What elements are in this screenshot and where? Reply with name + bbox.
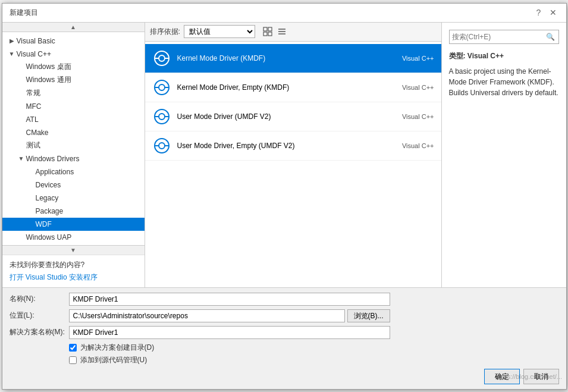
location-input[interactable] xyxy=(69,309,345,322)
new-project-dialog: 新建项目 ? ✕ ▲ ▶ Visual Basic ▼ Visual C++ xyxy=(2,3,567,390)
search-box[interactable]: 🔍 xyxy=(449,30,559,44)
right-panel: 🔍 类型: Visual C++ A basic project using t… xyxy=(441,23,566,287)
cancel-button[interactable]: 取消 xyxy=(523,369,559,384)
tree-item-applications[interactable]: Applications xyxy=(2,165,145,178)
template-icon-umdf xyxy=(152,107,171,126)
help-button[interactable]: ? xyxy=(533,7,545,18)
template-info-umdf: User Mode Driver (UMDF V2) xyxy=(177,112,395,121)
tree-item-wdf[interactable]: WDF xyxy=(2,218,145,231)
solution-label: 解决方案名称(M): xyxy=(10,327,69,337)
name-label: 名称(N): xyxy=(10,294,69,304)
driver-icon xyxy=(153,108,171,126)
grid-view-button[interactable] xyxy=(261,25,274,38)
open-installer-link[interactable]: 打开 Visual Studio 安装程序 xyxy=(10,273,98,281)
template-item-umdf-empty[interactable]: User Mode Driver, Empty (UMDF V2) Visual… xyxy=(145,131,441,161)
template-lang: Visual C++ xyxy=(395,142,434,149)
tree-item-cmake[interactable]: CMake xyxy=(2,126,145,139)
tree-item-devices[interactable]: Devices xyxy=(2,178,145,192)
tree-item-package[interactable]: Package xyxy=(2,205,145,218)
tree-item-visual-basic[interactable]: ▶ Visual Basic xyxy=(2,35,145,48)
template-lang: Visual C++ xyxy=(395,84,434,91)
expand-icon xyxy=(17,115,26,124)
tree-item-label: Visual Basic xyxy=(17,37,140,45)
driver-icon xyxy=(153,79,171,96)
create-dir-checkbox[interactable] xyxy=(69,344,77,352)
tree-item-label: 常规 xyxy=(26,88,140,98)
tree-item-visual-cpp[interactable]: ▼ Visual C++ xyxy=(2,48,145,61)
search-icon[interactable]: 🔍 xyxy=(545,32,556,42)
description-text: A basic project using the Kernel-Mode Dr… xyxy=(449,66,559,98)
main-content: ▲ ▶ Visual Basic ▼ Visual C++ Windows 桌面… xyxy=(2,23,566,287)
expand-icon xyxy=(17,102,26,111)
driver-icon xyxy=(153,49,171,67)
ok-button[interactable]: 确定 xyxy=(484,369,520,384)
expand-icon xyxy=(17,233,26,242)
not-found-text: 未找到你要查找的内容? xyxy=(10,260,137,270)
close-button[interactable]: ✕ xyxy=(547,7,559,18)
type-value: Visual C++ xyxy=(467,52,504,60)
name-input[interactable] xyxy=(69,293,390,306)
bottom-text-area: 未找到你要查找的内容? 打开 Visual Studio 安装程序 xyxy=(2,255,145,287)
tree-item-label: Windows UAP xyxy=(26,233,140,242)
expand-icon xyxy=(26,193,36,203)
template-name: Kernel Mode Driver (KMDF) xyxy=(177,54,266,62)
tree-item-label: MFC xyxy=(26,102,140,111)
search-input[interactable] xyxy=(452,33,545,41)
tree-item-mfc[interactable]: MFC xyxy=(2,100,145,113)
template-item-umdf[interactable]: User Mode Driver (UMDF V2) Visual C++ xyxy=(145,102,441,131)
sort-select[interactable]: 默认值 xyxy=(184,25,255,38)
template-name: User Mode Driver, Empty (UMDF V2) xyxy=(177,142,295,150)
template-name: User Mode Driver (UMDF V2) xyxy=(177,112,271,121)
tree-item-windows-uap[interactable]: Windows UAP xyxy=(2,231,145,244)
expand-icon xyxy=(17,76,26,85)
svg-point-8 xyxy=(159,55,165,61)
template-item-kmdf[interactable]: Kernel Mode Driver (KMDF) Visual C++ xyxy=(145,44,441,73)
add-to-source-control-checkbox[interactable] xyxy=(69,356,77,364)
tree-item-label: ATL xyxy=(26,115,140,124)
tree-item-test[interactable]: 测试 xyxy=(2,139,145,152)
dialog-buttons: 确定 取消 xyxy=(10,369,559,384)
scroll-down-arrow[interactable]: ▼ xyxy=(2,245,145,255)
tree-item-common[interactable]: 常规 xyxy=(2,87,145,100)
tree-item-legacy[interactable]: Legacy xyxy=(2,192,145,205)
svg-rect-3 xyxy=(268,32,272,36)
solution-input[interactable] xyxy=(69,326,390,339)
svg-rect-2 xyxy=(263,32,267,36)
checkbox-row-2: 添加到源代码管理(U) xyxy=(69,355,559,365)
title-bar: 新建项目 ? ✕ xyxy=(2,4,566,23)
list-view-button[interactable] xyxy=(275,25,288,38)
checkboxes-area: 为解决方案创建目录(D) 添加到源代码管理(U) xyxy=(69,343,559,365)
tree-item-windows-desktop[interactable]: Windows 桌面 xyxy=(2,61,145,74)
tree-item-windows-universal[interactable]: Windows 通用 xyxy=(2,74,145,87)
bottom-form: 名称(N): 位置(L): 浏览(B)... 解决方案名称(M): 为解决方案创… xyxy=(2,287,566,389)
sort-label: 排序依据: xyxy=(150,27,180,37)
driver-icon xyxy=(153,137,171,155)
template-item-kmdf-empty[interactable]: Kernel Mode Driver, Empty (KMDF) Visual … xyxy=(145,73,441,102)
expand-icon xyxy=(26,206,36,216)
svg-point-12 xyxy=(159,84,165,90)
tree-item-label: 测试 xyxy=(26,140,140,150)
svg-rect-0 xyxy=(263,27,267,31)
tree-item-windows-drivers[interactable]: ▼ Windows Drivers xyxy=(2,152,145,165)
tree-item-label: Windows 桌面 xyxy=(26,62,140,72)
expand-icon xyxy=(26,180,36,190)
tree-item-label: Package xyxy=(36,207,140,215)
expand-icon xyxy=(26,167,36,177)
template-icon-umdf-empty xyxy=(152,136,171,155)
dialog-title: 新建项目 xyxy=(10,8,38,18)
browse-button[interactable]: 浏览(B)... xyxy=(347,309,390,322)
expand-icon xyxy=(17,128,26,137)
scroll-up-arrow[interactable]: ▲ xyxy=(2,23,145,32)
svg-point-20 xyxy=(159,143,165,149)
add-to-source-control-label[interactable]: 添加到源代码管理(U) xyxy=(80,355,148,365)
tree-item-label: CMake xyxy=(26,128,140,137)
name-row: 名称(N): xyxy=(10,293,559,306)
svg-rect-1 xyxy=(268,27,272,31)
create-dir-label[interactable]: 为解决方案创建目录(D) xyxy=(80,343,155,353)
tree-item-label: Windows Drivers xyxy=(26,155,140,163)
grid-icon xyxy=(263,27,272,36)
checkbox-row-1: 为解决方案创建目录(D) xyxy=(69,343,559,353)
tree-item-atl[interactable]: ATL xyxy=(2,113,145,126)
tree-item-label: Legacy xyxy=(36,194,140,202)
template-icon-kmdf-empty xyxy=(152,78,171,97)
